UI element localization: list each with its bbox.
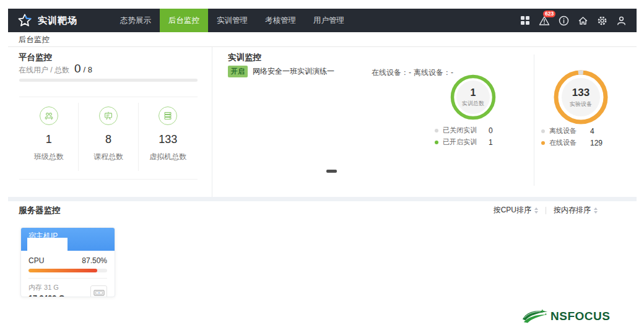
app-title: 实训靶场	[38, 15, 77, 27]
star-logo-icon	[17, 13, 32, 28]
memory-stick-icon	[90, 285, 107, 297]
cpu-progressbar-fill	[28, 269, 97, 272]
home-icon[interactable]	[577, 15, 588, 26]
green-dot-icon	[435, 141, 438, 144]
section-divider-band	[8, 197, 637, 201]
session-name: 网络安全一班实训演练一	[253, 66, 334, 77]
courses-count: 8	[105, 133, 111, 146]
trainings-total-label: 实训总数	[462, 100, 484, 108]
sort-separator	[546, 207, 546, 214]
gray-dot-icon	[435, 129, 438, 132]
apps-grid-icon[interactable]	[520, 15, 531, 26]
devices-donut-center: 133 实验设备	[570, 87, 592, 108]
status-tag: 开启	[228, 66, 248, 77]
class-people-icon	[40, 106, 58, 125]
online-users-label: 在线用户 / 总数	[19, 65, 69, 76]
top-navbar: 实训靶场 态势展示 后台监控 实训管理 考核管理 用户管理	[8, 9, 637, 32]
memory-total-label: 内存 31 G	[28, 283, 64, 292]
online-users-progressbar	[19, 79, 198, 82]
nsfocus-swoosh-icon	[522, 308, 548, 325]
server-card-header: 宿主机IP	[21, 228, 115, 251]
legend-offline-devices: 离线设备 4	[541, 126, 603, 136]
devices-total-label: 实验设备	[570, 100, 592, 108]
devices-legend: 离线设备 4 在线设备 129	[541, 126, 603, 147]
app-logo[interactable]: 实训靶场	[8, 13, 77, 28]
memory-used-value: 17.2403 G	[28, 294, 64, 297]
stat-vms: 133 虚拟机总数	[138, 103, 198, 171]
sort-controls: 按CPU排序 按内存排序	[494, 205, 598, 215]
vms-count: 133	[159, 133, 177, 146]
breadcrumb: 后台监控	[19, 35, 50, 45]
header-divider	[8, 46, 637, 47]
online-users-value: 0	[74, 62, 81, 76]
navbar-right-icons: 623	[520, 15, 637, 26]
trainings-total-value: 1	[471, 87, 476, 98]
course-board-icon	[99, 106, 118, 125]
training-panel-title: 实训监控	[228, 52, 261, 63]
platform-divider-bottom	[19, 179, 198, 180]
platform-stats-row: 1 班级总数 8 课程总数	[19, 103, 198, 171]
carousel-indicator[interactable]	[326, 170, 337, 173]
cpu-label: CPU	[28, 256, 44, 265]
devices-donut-chart: 133 实验设备	[554, 70, 608, 124]
sort-by-memory-button[interactable]: 按内存排序	[554, 205, 598, 215]
legend-online-devices: 在线设备 129	[541, 138, 603, 147]
cpu-row: CPU 87.50%	[28, 256, 107, 265]
sort-carets-icon	[534, 207, 538, 214]
nav-item-backend-monitor[interactable]: 后台监控	[160, 9, 208, 32]
servers-panel-title: 服务器监控	[19, 205, 61, 216]
sort-by-cpu-button[interactable]: 按CPU排序	[494, 205, 538, 215]
main-menu: 态势展示 后台监控 实训管理 考核管理 用户管理	[111, 9, 353, 32]
online-users-line: 在线用户 / 总数 0 / 8	[19, 62, 92, 76]
server-card[interactable]: 宿主机IP CPU 87.50% 内存 31 G 17.2403 G	[20, 227, 115, 297]
vm-server-icon	[159, 106, 177, 125]
cpu-percent-value: 87.50%	[82, 256, 107, 265]
offline-devices-label: 离线设备：-	[414, 67, 453, 78]
vms-label: 虚拟机总数	[149, 152, 186, 162]
donut-vertical-divider	[534, 54, 534, 186]
legend-open-trainings: 已开启实训 1	[435, 137, 493, 147]
nav-item-exam-mgmt[interactable]: 考核管理	[256, 9, 305, 32]
stat-classes: 1 班级总数	[19, 103, 78, 171]
panel-vertical-divider	[212, 47, 212, 197]
alert-count-badge: 623	[543, 11, 555, 17]
memory-row: 内存 31 G 17.2403 G	[28, 283, 107, 297]
classes-label: 班级总数	[34, 152, 64, 162]
nav-item-situation[interactable]: 态势展示	[111, 9, 160, 32]
cpu-progressbar	[28, 269, 107, 272]
devices-total-value: 133	[572, 87, 590, 99]
nsfocus-logo: NSFOCUS	[522, 308, 610, 325]
online-users-total: / 8	[84, 65, 92, 74]
platform-divider-top	[19, 97, 198, 97]
trainings-legend: 已关闭实训 0 已开启实训 1	[435, 126, 493, 147]
online-devices-label: 在线设备：-	[372, 67, 411, 78]
gray-dot-icon	[541, 129, 545, 133]
trainings-donut-chart: 1 实训总数	[450, 74, 496, 120]
sort-carets-icon	[594, 207, 598, 214]
training-session-row[interactable]: 开启 网络安全一班实训演练一	[228, 66, 334, 77]
nav-item-user-mgmt[interactable]: 用户管理	[305, 9, 353, 32]
server-card-body: CPU 87.50% 内存 31 G 17.2403 G	[21, 251, 115, 297]
brand-name: NSFOCUS	[550, 310, 610, 323]
orange-dot-icon	[541, 141, 545, 145]
nav-item-training-mgmt[interactable]: 实训管理	[208, 9, 256, 32]
dashboard-page: 实训靶场 态势展示 后台监控 实训管理 考核管理 用户管理	[0, 0, 644, 330]
redacted-ip-patch	[27, 238, 67, 251]
user-icon[interactable]	[616, 15, 627, 26]
gear-icon[interactable]	[596, 15, 607, 26]
trainings-donut-center: 1 实训总数	[462, 87, 484, 108]
classes-count: 1	[46, 133, 52, 146]
memory-text: 内存 31 G 17.2403 G	[28, 283, 64, 297]
stat-courses: 8 课程总数	[78, 103, 137, 171]
card-divider	[28, 278, 107, 279]
alert-triangle-icon[interactable]: 623	[539, 15, 550, 26]
legend-closed-trainings: 已关闭实训 0	[435, 126, 493, 135]
info-circle-icon[interactable]	[558, 15, 569, 26]
courses-label: 课程总数	[94, 152, 123, 162]
